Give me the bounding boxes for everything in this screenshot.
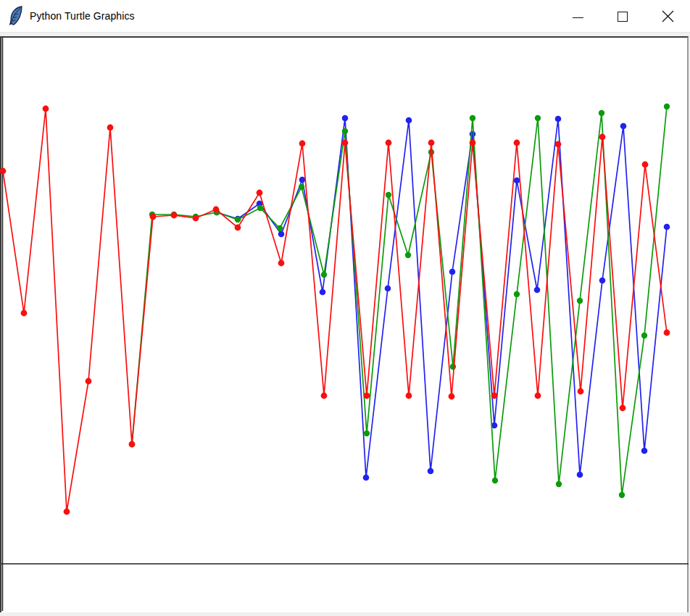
blue-series-dot xyxy=(363,475,370,481)
red-series-dot xyxy=(86,378,92,385)
green-series-dot xyxy=(619,492,625,498)
red-series-dot xyxy=(406,393,412,399)
green-series-line xyxy=(132,107,667,495)
red-series-dot xyxy=(535,393,541,399)
red-series-dot xyxy=(299,141,306,147)
blue-series-dot xyxy=(599,278,606,284)
red-series-dot xyxy=(578,388,584,395)
green-series-dot xyxy=(299,184,304,190)
red-series-dot xyxy=(235,225,241,231)
blue-series-dot xyxy=(428,468,434,475)
blue-series-dot xyxy=(470,131,476,138)
red-series-line xyxy=(3,109,667,512)
green-series-dot xyxy=(342,128,348,134)
red-series-dot xyxy=(364,393,370,399)
turtle-graphics-window: Python Turtle Graphics xyxy=(0,0,690,616)
blue-series-dot xyxy=(406,117,412,124)
green-series-dot xyxy=(664,104,670,109)
red-series-dot xyxy=(213,207,220,213)
close-button[interactable] xyxy=(645,0,690,33)
red-series-dot xyxy=(470,140,476,146)
red-series-dot xyxy=(321,393,328,399)
blue-series-dot xyxy=(620,123,627,130)
blue-series-dot xyxy=(385,286,391,292)
red-series-dot xyxy=(555,141,562,148)
window-controls xyxy=(555,0,690,33)
close-icon xyxy=(662,10,674,22)
green-series-dot xyxy=(364,430,370,436)
red-series-dot xyxy=(386,140,392,146)
blue-series-dot xyxy=(449,269,456,275)
red-series-dot xyxy=(491,393,498,399)
red-series-dot xyxy=(342,140,349,146)
blue-series-dot xyxy=(342,115,349,122)
minimize-button[interactable] xyxy=(555,0,600,33)
red-series-dot xyxy=(278,260,285,267)
red-series-dot xyxy=(129,441,136,448)
maximize-icon xyxy=(618,12,628,22)
title-bar: Python Turtle Graphics xyxy=(0,0,690,33)
red-series-dot xyxy=(257,190,263,196)
red-series-dot xyxy=(642,162,649,168)
blue-series-dot xyxy=(641,448,648,454)
blue-series-dot xyxy=(299,177,306,183)
green-series-dot xyxy=(577,298,583,304)
minimize-icon xyxy=(573,17,583,18)
red-series-dot xyxy=(193,215,199,222)
maximize-button[interactable] xyxy=(600,0,645,33)
green-series-dot xyxy=(257,205,263,211)
green-series-dot xyxy=(535,115,541,121)
red-series-dot xyxy=(43,106,49,112)
red-series-dot xyxy=(449,394,455,400)
green-series-dot xyxy=(235,217,241,222)
red-series-dot xyxy=(514,140,520,146)
green-series-dot xyxy=(277,225,283,231)
green-series-dot xyxy=(556,481,562,487)
green-series-dot xyxy=(321,272,327,278)
plot-svg xyxy=(0,0,690,616)
red-series-dot xyxy=(171,212,178,219)
tk-feather-icon xyxy=(8,5,24,27)
red-series-dot xyxy=(428,140,435,146)
red-series-dot xyxy=(64,509,70,515)
red-series-dot xyxy=(0,168,6,175)
blue-series-dot xyxy=(320,289,326,296)
red-series-dot xyxy=(107,125,114,131)
green-series-dot xyxy=(492,478,498,483)
green-series-dot xyxy=(405,252,411,258)
red-series-dot xyxy=(599,134,606,141)
green-series-dot xyxy=(599,110,604,116)
green-series-dot xyxy=(470,115,475,121)
green-series-dot xyxy=(386,192,391,198)
blue-series-dot xyxy=(555,116,562,122)
blue-series-dot xyxy=(664,224,670,230)
green-series-dot xyxy=(514,291,520,297)
blue-series-dot xyxy=(534,287,541,294)
red-series-dot xyxy=(21,310,28,317)
blue-series-dot xyxy=(577,472,583,478)
red-series-dot xyxy=(664,330,670,336)
green-series-dot xyxy=(450,364,456,370)
red-series-dot xyxy=(150,214,157,220)
green-series-dot xyxy=(641,333,647,338)
blue-series-dot xyxy=(278,231,285,238)
window-title: Python Turtle Graphics xyxy=(30,10,135,22)
blue-series-dot xyxy=(514,178,520,184)
red-series-dot xyxy=(620,405,626,412)
